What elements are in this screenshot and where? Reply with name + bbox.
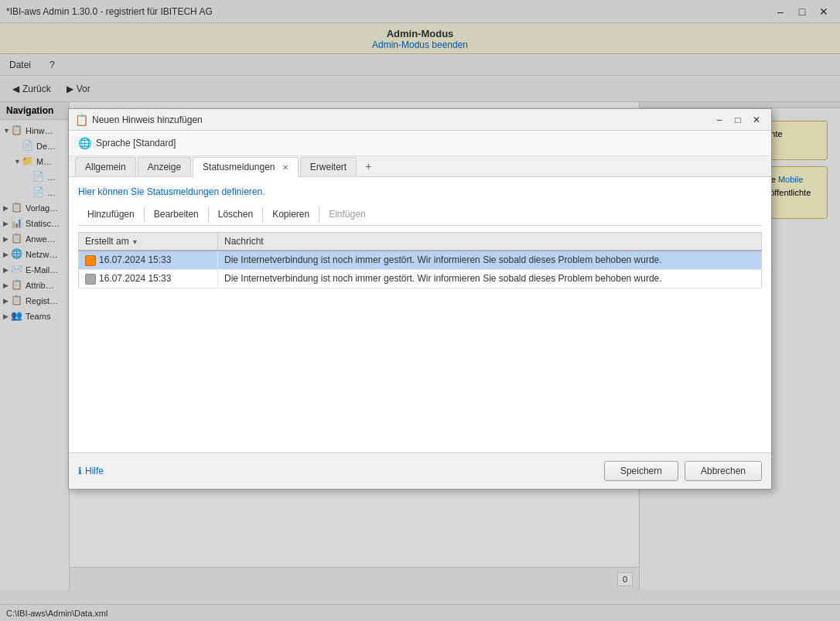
dialog-footer: ℹ Hilfe Speichern Abbrechen (69, 452, 771, 489)
table-toolbar: Hinzufügen Bearbeiten Löschen Kopieren E… (78, 206, 762, 226)
dialog-titlebar: 📋 Neuen Hinweis hinzufügen – □ ✕ (69, 109, 771, 131)
table-row[interactable]: 16.07.2024 15:33Die Internetverbindung i… (79, 251, 762, 269)
cell-date: 16.07.2024 15:33 (79, 269, 218, 288)
tab-close-icon[interactable]: ✕ (282, 163, 289, 172)
status-messages-table: Erstellt am ▼ Nachricht 16.07.2024 15:33… (78, 232, 762, 288)
gray-status-icon (85, 274, 96, 285)
dialog-maximize-button[interactable]: □ (729, 112, 746, 128)
help-link[interactable]: ℹ Hilfe (78, 466, 104, 476)
tab-anzeige[interactable]: Anzeige (138, 157, 191, 176)
cell-date-value: 16.07.2024 15:33 (99, 254, 171, 265)
tab-erweitert-label: Erweitert (310, 162, 347, 172)
table-header-row: Erstellt am ▼ Nachricht (79, 233, 762, 251)
dialog-new-hint: 📋 Neuen Hinweis hinzufügen – □ ✕ 🌐 Sprac… (68, 108, 772, 490)
status-info-main: Hier können Sie Statusmeldungen definier… (78, 186, 265, 197)
dialog-close-button[interactable]: ✕ (748, 112, 765, 128)
tab-add-button[interactable]: + (358, 156, 378, 176)
globe-icon: 🌐 (78, 137, 91, 149)
col-header-message[interactable]: Nachricht (218, 233, 762, 251)
sort-arrow-icon: ▼ (131, 238, 138, 246)
language-text: Sprache [Standard] (96, 138, 176, 148)
table-body: 16.07.2024 15:33Die Internetverbindung i… (79, 251, 762, 288)
save-button[interactable]: Speichern (604, 461, 678, 481)
loeschen-button[interactable]: Löschen (209, 206, 263, 222)
bearbeiten-button[interactable]: Bearbeiten (145, 206, 209, 222)
tabs-bar: Allgemein Anzeige Statusmeldungen ✕ Erwe… (69, 156, 771, 177)
hinzufuegen-button[interactable]: Hinzufügen (78, 206, 145, 222)
col-date-label: Erstellt am (85, 236, 129, 247)
col-msg-label: Nachricht (224, 236, 264, 247)
dialog-minimize-button[interactable]: – (711, 112, 728, 128)
help-label: Hilfe (85, 466, 104, 476)
einfuegen-button[interactable]: Einfügen (319, 206, 374, 222)
tab-allgemein[interactable]: Allgemein (75, 157, 136, 176)
tab-statusmeldungen[interactable]: Statusmeldungen ✕ (193, 157, 299, 177)
tab-allgemein-label: Allgemein (85, 162, 126, 172)
table-empty-space (78, 288, 762, 443)
tab-content-statusmeldungen: Hier können Sie Statusmeldungen definier… (69, 177, 771, 452)
status-info-text: Hier können Sie Statusmeldungen definier… (78, 186, 762, 197)
tab-anzeige-label: Anzeige (148, 162, 181, 172)
dialog-title-icon: 📋 (75, 114, 87, 126)
help-icon: ℹ (78, 466, 82, 476)
orange-status-icon (85, 255, 96, 266)
kopieren-button[interactable]: Kopieren (263, 206, 319, 222)
cell-date: 16.07.2024 15:33 (79, 251, 218, 269)
cell-date-value: 16.07.2024 15:33 (99, 273, 171, 284)
cancel-button[interactable]: Abbrechen (685, 461, 762, 481)
dialog-titlebar-buttons: – □ ✕ (711, 112, 765, 128)
dialog-body: 🌐 Sprache [Standard] Allgemein Anzeige S… (69, 131, 771, 452)
table-row[interactable]: 16.07.2024 15:33Die Internetverbindung i… (79, 269, 762, 288)
cell-message: Die Internetverbindung ist noch immer ge… (218, 269, 762, 288)
cell-message: Die Internetverbindung ist noch immer ge… (218, 251, 762, 269)
tab-statusmeldungen-label: Statusmeldungen (203, 162, 275, 172)
dialog-titlebar-left: 📋 Neuen Hinweis hinzufügen (75, 114, 203, 126)
col-header-date[interactable]: Erstellt am ▼ (79, 233, 218, 251)
language-row[interactable]: 🌐 Sprache [Standard] (69, 131, 771, 156)
dialog-title-text: Neuen Hinweis hinzufügen (92, 114, 203, 125)
footer-buttons: Speichern Abbrechen (604, 461, 762, 481)
tab-erweitert[interactable]: Erweitert (300, 157, 357, 176)
